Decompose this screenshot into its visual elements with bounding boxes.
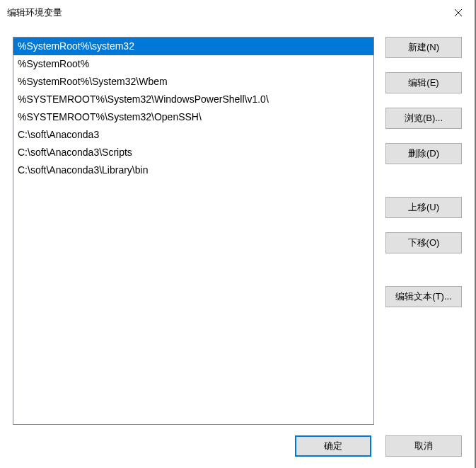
window-title: 编辑环境变量 (7, 6, 62, 19)
close-button[interactable] (442, 0, 475, 25)
list-item[interactable]: %SystemRoot%\System32\Wbem (13, 73, 373, 91)
movedown-button[interactable]: 下移(O) (385, 232, 462, 253)
list-item[interactable]: %SYSTEMROOT%\System32\WindowsPowerShell\… (13, 91, 373, 108)
list-item[interactable]: C:\soft\Anaconda3\Library\bin (13, 161, 373, 179)
new-button[interactable]: 新建(N) (385, 37, 462, 58)
list-item[interactable]: C:\soft\Anaconda3\Scripts (13, 144, 373, 161)
browse-button[interactable]: 浏览(B)... (385, 108, 462, 129)
list-item[interactable]: %SystemRoot% (13, 55, 373, 73)
moveup-button[interactable]: 上移(U) (385, 197, 462, 218)
delete-button[interactable]: 删除(D) (385, 143, 462, 164)
dialog-footer: 确定 取消 (295, 435, 462, 457)
list-item[interactable]: C:\soft\Anaconda3 (13, 126, 373, 144)
ok-button[interactable]: 确定 (295, 435, 371, 457)
list-item[interactable]: %SystemRoot%\system32 (13, 38, 373, 55)
edittext-button[interactable]: 编辑文本(T)... (385, 286, 462, 307)
edit-env-var-dialog: 编辑环境变量 %SystemRoot%\system32%SystemRoot%… (0, 0, 476, 468)
list-item[interactable]: %SYSTEMROOT%\System32\OpenSSH\ (13, 108, 373, 126)
close-icon (454, 8, 463, 17)
titlebar: 编辑环境变量 (0, 0, 475, 25)
path-listbox[interactable]: %SystemRoot%\system32%SystemRoot%%System… (13, 37, 374, 425)
dialog-content: %SystemRoot%\system32%SystemRoot%%System… (0, 25, 475, 468)
cancel-button[interactable]: 取消 (385, 435, 462, 457)
edit-button[interactable]: 编辑(E) (385, 72, 462, 93)
main-row: %SystemRoot%\system32%SystemRoot%%System… (13, 37, 462, 425)
side-buttons: 新建(N) 编辑(E) 浏览(B)... 删除(D) 上移(U) 下移(O) 编… (385, 37, 462, 425)
